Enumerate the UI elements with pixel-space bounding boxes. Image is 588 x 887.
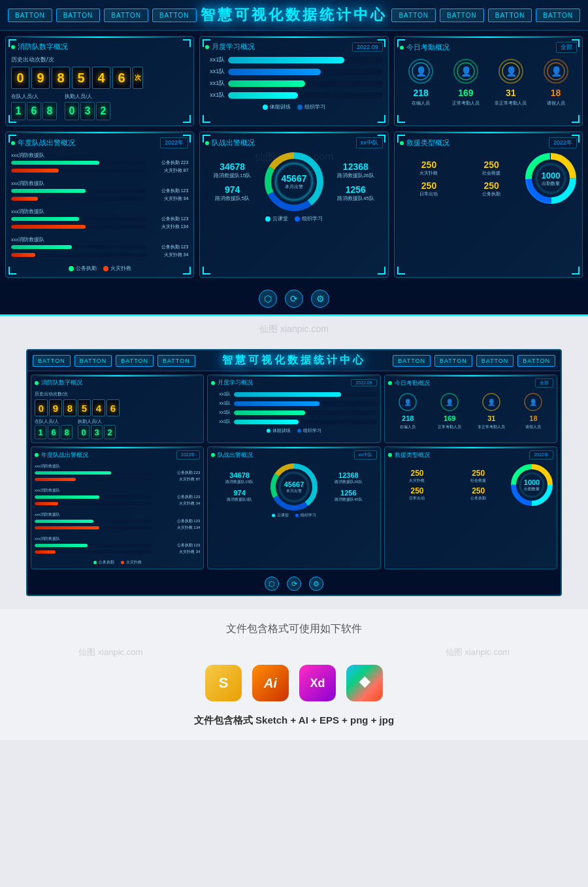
b-dbar-lbl-3: xxx消防救援队 <box>35 512 200 518</box>
duty-0: 0 <box>65 102 79 120</box>
b-bar-lbl-3: xx1队 <box>211 409 231 416</box>
b-dbar-1: xxx消防救援队 公务执勤 223 火灾扑救 87 <box>35 463 200 482</box>
b-rescue-1: 250 火灾扑救 <box>388 469 447 484</box>
b-d6: 6 <box>106 399 120 416</box>
b-footer-settings[interactable]: ⚙ <box>309 577 323 591</box>
svg-text:👤: 👤 <box>505 66 517 77</box>
rescue-label-1: 火灾扑救 <box>400 170 459 176</box>
main-grid: 消防队数字概况 历史出动次数/次 0 9 8 5 4 6 次 在队人员/人 1 … <box>0 31 588 283</box>
b-stat-num-2: 974 <box>211 489 268 497</box>
b-leg-dot-o2 <box>295 514 299 517</box>
b-title-dot3 <box>388 381 392 385</box>
b-stat-lbl-3: 路消救援队26队 <box>320 479 377 485</box>
donut-center: 45667 本月出警 <box>282 173 307 190</box>
rescue-fire: 250 火灾扑救 <box>400 159 459 176</box>
panel1-title: 消防队数字概况 <box>11 42 188 52</box>
b-panel3-badge[interactable]: 全部 <box>535 378 553 388</box>
panel3-title: 今日考勤概况 全部 <box>400 42 577 53</box>
stat-num-1: 34678 <box>205 161 259 172</box>
dbar-track-4b <box>11 253 146 257</box>
b-btn-4[interactable]: BATTON <box>157 355 195 367</box>
header-btn-8[interactable]: BATTON <box>536 8 580 22</box>
bar-fill-4 <box>228 92 297 99</box>
dbar-track-2a <box>11 189 146 193</box>
annual-legend: 公务执勤 火灾扑救 <box>11 265 188 272</box>
att-num-1: 218 <box>413 88 428 98</box>
rescue-area: 250 火灾扑救 250 社会救援 250 日常出动 250 公务执勤 <box>400 152 577 205</box>
b-btn-3[interactable]: BATTON <box>116 355 154 367</box>
b-d9: 9 <box>49 399 62 416</box>
study-legend: 体能训练 组织学习 <box>205 103 382 110</box>
b-panel5-badge[interactable]: xx中队 <box>354 450 377 460</box>
b-panel6-title: 救援类型概况 2022年 <box>388 450 553 460</box>
b-att-num-2: 169 <box>444 414 455 422</box>
rescue-label-3: 日常出动 <box>400 191 459 197</box>
footer-icon-settings[interactable]: ⚙ <box>311 290 329 308</box>
att-item-3: 👤 31 非正常考勤人员 <box>489 57 532 107</box>
b-dbar-line-1b: 火灾扑救 87 <box>35 477 200 482</box>
b-btn-2[interactable]: BATTON <box>74 355 112 367</box>
b-footer-cube[interactable]: ⬡ <box>265 577 279 591</box>
b-dbar-t-2a <box>35 495 152 499</box>
header-btn-6[interactable]: BATTON <box>440 8 484 22</box>
b-bar-lbl-4: xx1队 <box>211 418 231 425</box>
header-btn-4[interactable]: BATTON <box>152 8 197 22</box>
att-label-4: 请假人员 <box>547 100 565 107</box>
footer-icon-refresh[interactable]: ⟳ <box>285 290 303 308</box>
b-bar-track-4 <box>234 420 376 424</box>
b-panel-6: 救援类型概况 2022年 250 火灾扑救 250 社会救援 <box>384 446 557 569</box>
header-btn-2[interactable]: BATTON <box>56 8 101 22</box>
b-footer-refresh[interactable]: ⟳ <box>287 577 301 591</box>
dbar-row-2: xxx消防救援队 公务执勤 123 火灾扑救 34 <box>11 180 188 202</box>
bottom-dashboard-title: 智慧可视化数据统计中心 <box>222 354 366 367</box>
b-d4: 4 <box>92 399 105 416</box>
b-dbar-t-4a <box>35 544 152 547</box>
b-o6: 6 <box>48 425 59 439</box>
b-duty-digits: 0 3 2 <box>78 425 116 439</box>
b-dbar-line-3b: 火灾扑救 134 <box>35 525 200 531</box>
b-btn-1[interactable]: BATTON <box>33 355 71 367</box>
dbar-label-2: xxx消防救援队 <box>11 180 188 187</box>
left-buttons: BATTON BATTON BATTON BATTON <box>8 8 197 22</box>
b-btn-8[interactable]: BATTON <box>517 355 555 367</box>
stat-12368: 12368 路消救援队26队 <box>329 161 383 179</box>
bottom-right-buttons: BATTON BATTON BATTON BATTON <box>393 355 555 367</box>
legend-duty: 公务执勤 <box>69 265 97 272</box>
att-label-2: 正常考勤人员 <box>452 100 480 107</box>
header-btn-7[interactable]: BATTON <box>488 8 532 22</box>
b-stat-2: 974 路消救援队5队 <box>211 489 268 503</box>
b-dbar-3: xxx消防救援队 公务执勤 123 火灾扑救 134 <box>35 512 200 531</box>
svg-text:👤: 👤 <box>416 66 427 77</box>
dbar-line-3b: 火灾扑救 134 <box>11 224 188 230</box>
b-panel2-badge[interactable]: 2022.09 <box>351 379 376 386</box>
footer-icon-cube[interactable]: ⬡ <box>259 290 277 308</box>
b-rescue-grid: 250 火灾扑救 250 社会救援 250 日常出动 250 <box>388 469 508 501</box>
rescue-center-num: 1000 <box>542 171 561 180</box>
header-btn-3[interactable]: BATTON <box>104 8 148 22</box>
dbar-track-3a <box>11 217 146 221</box>
b-leg-cloud: 云课堂 <box>272 512 289 518</box>
b-panel6-badge[interactable]: 2022年 <box>529 450 553 460</box>
b-history-label: 历史出动次数/次 <box>35 391 200 397</box>
header-btn-1[interactable]: BATTON <box>8 8 52 22</box>
bar-label-1: xx1队 <box>205 56 225 64</box>
b-title-dot4 <box>35 453 39 457</box>
dbar-row-4: xxx消防救援队 公务执勤 123 火灾扑救 34 <box>11 237 188 258</box>
b-btn-7[interactable]: BATTON <box>476 355 514 367</box>
b-panel4-badge[interactable]: 2022年 <box>176 450 201 460</box>
b-btn-5[interactable]: BATTON <box>393 355 431 367</box>
b-title-dot1 <box>35 381 39 385</box>
header-btn-5[interactable]: BATTON <box>391 8 436 22</box>
b-leg-dot-1 <box>267 429 270 433</box>
b-panel4-title: 年度队战出警概况 2022年 <box>35 450 200 460</box>
bar-label-3: xx1队 <box>205 79 225 88</box>
top-dashboard: BATTON BATTON BATTON BATTON 智慧可视化数据统计中心 … <box>0 0 588 316</box>
b-att-lbl-4: 请假人员 <box>525 424 541 430</box>
b-o1: 1 <box>35 425 46 439</box>
dbar-val-3b: 火灾扑救 134 <box>149 224 188 230</box>
att-item-2: 👤 169 正常考勤人员 <box>444 57 487 107</box>
rescue-num-3: 250 <box>400 180 459 191</box>
software-section: 文件包含格式可使用如下软件 仙图 xianpic.com 仙图 xianpic.… <box>0 609 588 740</box>
b-btn-6[interactable]: BATTON <box>434 355 472 367</box>
b-rescue-lbl-3: 日常出动 <box>388 495 447 501</box>
